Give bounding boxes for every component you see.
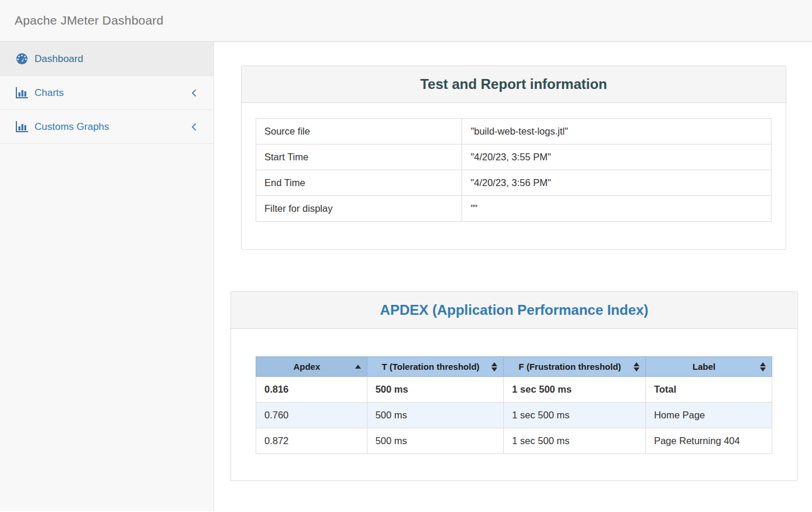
apdex-header-row: Apdex T (Toleration threshold) — [256, 357, 772, 377]
table-row: Filter for display "" — [256, 196, 772, 222]
table-row: Source file "build-web-test-logs.jtl" — [256, 119, 772, 145]
bar-chart-icon — [15, 87, 28, 99]
apdex-value: 0.760 — [256, 403, 367, 428]
apdex-title: APDEX (Application Performance Index) — [231, 292, 797, 329]
column-header-toleration[interactable]: T (Toleration threshold) — [367, 357, 504, 377]
test-report-info-title: Test and Report information — [242, 66, 786, 103]
info-value: "" — [462, 196, 772, 222]
column-header-label[interactable]: Label — [645, 357, 772, 377]
chevron-left-icon — [190, 122, 197, 132]
info-value: "4/20/23, 3:55 PM" — [462, 145, 772, 170]
toleration-value: 500 ms — [367, 377, 504, 403]
gauge-icon — [15, 53, 28, 65]
frustration-value: 1 sec 500 ms — [504, 403, 646, 428]
label-value: Home Page — [645, 403, 772, 428]
sidebar-item-label: Customs Graphs — [35, 121, 190, 133]
sort-both-icon — [491, 362, 497, 372]
table-row: Start Time "4/20/23, 3:55 PM" — [256, 145, 772, 170]
toleration-value: 500 ms — [367, 403, 504, 428]
sidebar-item-customs-graphs[interactable]: Customs Graphs — [0, 110, 214, 144]
apdex-table: Apdex T (Toleration threshold) — [256, 356, 772, 454]
table-row: End Time "4/20/23, 3:56 PM" — [256, 170, 772, 196]
label-value: Page Returning 404 — [645, 428, 772, 454]
sort-ascending-icon — [355, 365, 361, 369]
sidebar-item-dashboard[interactable]: Dashboard — [0, 42, 214, 76]
column-header-frustration[interactable]: F (Frustration threshold) — [504, 357, 646, 377]
sidebar-item-label: Charts — [35, 87, 190, 99]
apdex-panel: APDEX (Application Performance Index) Ap… — [230, 291, 798, 481]
info-label: Filter for display — [256, 196, 462, 222]
info-label: Source file — [256, 119, 462, 145]
apdex-value: 0.872 — [256, 428, 367, 454]
app-title: Apache JMeter Dashboard — [15, 13, 163, 28]
sidebar-item-charts[interactable]: Charts — [0, 76, 214, 110]
main-content: Test and Report information Source file … — [214, 42, 812, 511]
info-value: "build-web-test-logs.jtl" — [462, 119, 772, 145]
label-value: Total — [645, 377, 772, 403]
sidebar: Dashboard Charts — [0, 42, 214, 511]
apdex-value: 0.816 — [256, 377, 367, 403]
frustration-value: 1 sec 500 ms — [504, 377, 646, 403]
info-label: End Time — [256, 170, 462, 196]
test-report-info-table: Source file "build-web-test-logs.jtl" St… — [256, 118, 772, 222]
info-label: Start Time — [256, 145, 462, 170]
sort-both-icon — [634, 362, 639, 372]
column-header-apdex[interactable]: Apdex — [256, 357, 367, 377]
bar-chart-icon — [15, 121, 28, 133]
table-row: 0.816 500 ms 1 sec 500 ms Total — [256, 377, 772, 403]
sort-both-icon — [760, 362, 766, 372]
app-header: Apache JMeter Dashboard — [0, 0, 812, 42]
chevron-left-icon — [190, 88, 197, 98]
frustration-value: 1 sec 500 ms — [504, 428, 646, 454]
test-report-info-panel: Test and Report information Source file … — [241, 66, 786, 250]
table-row: 0.872 500 ms 1 sec 500 ms Page Returning… — [256, 428, 772, 454]
info-value: "4/20/23, 3:56 PM" — [462, 170, 772, 196]
table-row: 0.760 500 ms 1 sec 500 ms Home Page — [256, 403, 772, 428]
toleration-value: 500 ms — [367, 428, 504, 454]
sidebar-item-label: Dashboard — [35, 53, 197, 65]
